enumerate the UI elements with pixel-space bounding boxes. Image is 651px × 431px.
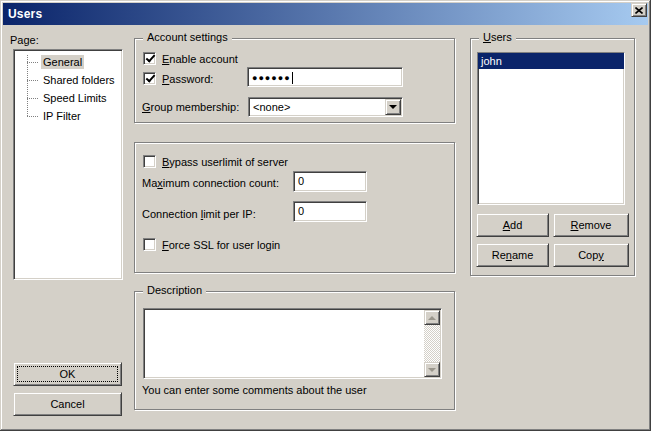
cancel-button-label: Cancel <box>50 398 84 410</box>
description-title: Description <box>143 284 206 296</box>
combo-dropdown-button[interactable] <box>385 99 401 115</box>
page-item-shared-folders[interactable]: Shared folders <box>14 71 122 89</box>
group-membership-select[interactable]: <none> <box>248 97 403 117</box>
copy-button-label: Copy <box>578 249 604 261</box>
page-item-ip-filter[interactable]: IP Filter <box>14 107 122 125</box>
connection-limit-per-ip-value: 0 <box>298 205 304 217</box>
page-item-label: IP Filter <box>41 109 83 123</box>
page-item-label: Speed Limits <box>41 91 109 105</box>
window-title: Users <box>3 7 42 21</box>
scrollbar-track[interactable] <box>424 325 440 362</box>
group-membership-label: Group membership: <box>142 101 239 113</box>
scroll-down-button[interactable] <box>424 362 440 377</box>
password-label: Password: <box>162 73 213 85</box>
arrow-down-icon <box>428 368 436 372</box>
ok-button[interactable]: OK <box>13 362 122 386</box>
account-settings-title: Account settings <box>143 31 232 43</box>
remove-button[interactable]: Remove <box>553 213 629 237</box>
tree-branch-icon <box>27 80 38 81</box>
tree-branch-icon <box>27 98 38 99</box>
user-list-item[interactable]: john <box>478 53 624 69</box>
enable-account-checkbox[interactable] <box>143 52 156 65</box>
description-scrollbar[interactable] <box>424 310 440 377</box>
page-item-label: General <box>41 55 84 69</box>
connection-limit-per-ip-input[interactable]: 0 <box>293 201 367 222</box>
page-label: Page: <box>10 34 39 46</box>
force-ssl-checkbox[interactable] <box>143 238 156 251</box>
close-icon <box>635 7 643 14</box>
add-button-label: Add <box>503 219 523 231</box>
connection-limit-per-ip-label: Connection limit per IP: <box>142 208 256 220</box>
users-listbox[interactable]: john <box>477 52 625 205</box>
description-textarea[interactable] <box>143 308 442 379</box>
arrow-up-icon <box>428 316 436 320</box>
bypass-userlimit-checkbox[interactable] <box>143 155 156 168</box>
rename-button-label: Rename <box>492 249 534 261</box>
group-membership-value: <none> <box>249 101 385 113</box>
page-item-speed-limits[interactable]: Speed Limits <box>14 89 122 107</box>
add-button[interactable]: Add <box>476 213 549 237</box>
tree-branch-icon <box>27 62 38 63</box>
cancel-button[interactable]: Cancel <box>13 392 122 416</box>
rename-button[interactable]: Rename <box>476 243 549 267</box>
page-item-label: Shared folders <box>41 73 117 87</box>
description-hint: You can enter some comments about the us… <box>142 384 367 396</box>
remove-button-label: Remove <box>571 219 612 231</box>
chevron-down-icon <box>389 105 397 109</box>
max-connection-count-value: 0 <box>298 175 304 187</box>
scroll-up-button[interactable] <box>424 310 440 325</box>
bypass-userlimit-label: Bypass userlimit of server <box>162 156 288 168</box>
text-caret <box>292 72 293 84</box>
users-group-title: Users <box>479 31 516 43</box>
password-input[interactable]: ●●●●●● <box>247 67 403 87</box>
page-item-general[interactable]: General <box>14 53 122 71</box>
password-masked-value: ●●●●●● <box>252 73 291 83</box>
page-tree[interactable]: General Shared folders Speed Limits IP F… <box>13 49 123 280</box>
max-connection-count-input[interactable]: 0 <box>293 171 367 192</box>
ok-button-label: OK <box>60 368 76 380</box>
users-dialog: Users Page: General Shared folders Speed… <box>0 0 651 431</box>
password-checkbox[interactable] <box>143 72 156 85</box>
force-ssl-label: Force SSL for user login <box>162 239 280 251</box>
titlebar[interactable]: Users <box>3 3 648 25</box>
close-button[interactable] <box>631 3 647 17</box>
max-connection-count-label: Maximum connection count: <box>142 177 279 189</box>
copy-button[interactable]: Copy <box>553 243 629 267</box>
tree-branch-icon <box>27 116 38 117</box>
enable-account-label: Enable account <box>162 53 238 65</box>
